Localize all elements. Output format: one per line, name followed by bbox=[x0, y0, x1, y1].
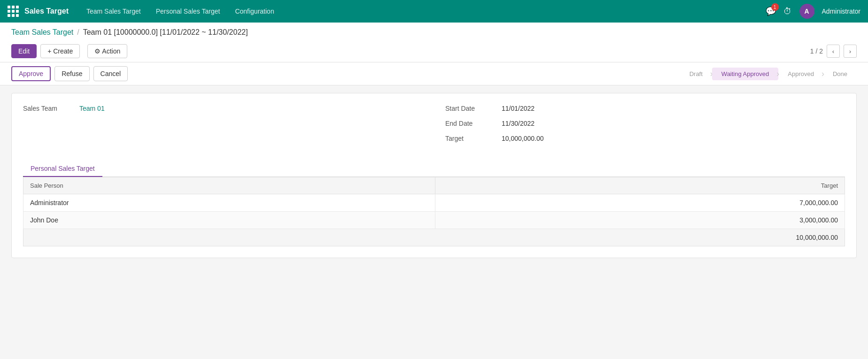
form-card: Sales Team Team 01 Start Date 11/01/2022… bbox=[11, 93, 857, 258]
status-waiting-approved: Waiting Approved bbox=[712, 68, 778, 80]
data-table: Sale Person Target Administrator7,000,00… bbox=[23, 177, 845, 229]
form-col-left: Sales Team Team 01 bbox=[23, 105, 423, 150]
sales-team-label: Sales Team bbox=[23, 105, 79, 112]
tab-personal-sales-target[interactable]: Personal Sales Target bbox=[23, 161, 102, 177]
approve-button[interactable]: Approve bbox=[11, 66, 51, 81]
breadcrumb-current: Team 01 [10000000.0] [11/01/2022 ~ 11/30… bbox=[83, 28, 248, 37]
col-sale-person: Sale Person bbox=[23, 177, 435, 194]
status-bar: Approve Refuse Cancel Draft Waiting Appr… bbox=[0, 62, 868, 85]
topnav-right: 💬 1 ⏱ A Administrator bbox=[766, 4, 860, 19]
clock-icon: ⏱ bbox=[783, 7, 792, 16]
col-target: Target bbox=[435, 177, 845, 194]
tabs: Personal Sales Target bbox=[23, 161, 845, 177]
refuse-button[interactable]: Refuse bbox=[54, 66, 89, 81]
pagination: 1 / 2 ‹ › bbox=[810, 45, 857, 58]
cell-target: 3,000,000.00 bbox=[435, 212, 845, 229]
nav-configuration[interactable]: Configuration bbox=[228, 5, 280, 18]
table-footer-left bbox=[23, 229, 751, 246]
target-row: Target 10,000,000.00 bbox=[445, 135, 845, 142]
target-label: Target bbox=[445, 135, 502, 142]
table-footer-total: 10,000,000.00 bbox=[751, 229, 845, 246]
end-date-value: 11/30/2022 bbox=[502, 120, 535, 127]
edit-button[interactable]: Edit bbox=[11, 44, 37, 58]
status-approved: Approved bbox=[778, 68, 823, 80]
cell-person: Administrator bbox=[23, 194, 435, 212]
start-date-row: Start Date 11/01/2022 bbox=[445, 105, 845, 112]
start-date-label: Start Date bbox=[445, 105, 502, 112]
action-button[interactable]: ⚙ Action bbox=[87, 44, 127, 58]
status-done: Done bbox=[823, 68, 857, 80]
nav-team-sales-target[interactable]: Team Sales Target bbox=[80, 5, 147, 18]
breadcrumb-separator: / bbox=[77, 28, 79, 37]
next-button[interactable]: › bbox=[844, 45, 857, 58]
end-date-label: End Date bbox=[445, 120, 502, 127]
cancel-button[interactable]: Cancel bbox=[93, 66, 128, 81]
breadcrumb: Team Sales Target / Team 01 [10000000.0]… bbox=[11, 28, 857, 37]
table-row: John Doe3,000,000.00 bbox=[23, 212, 845, 229]
start-date-value: 11/01/2022 bbox=[502, 105, 535, 112]
cell-target: 7,000,000.00 bbox=[435, 194, 845, 212]
table-footer: 10,000,000.00 bbox=[23, 229, 845, 246]
create-button[interactable]: + Create bbox=[40, 44, 80, 58]
app-title: Sales Target bbox=[24, 7, 69, 15]
topnav: Sales Target Team Sales Target Personal … bbox=[0, 0, 868, 23]
page-header: Team Sales Target / Team 01 [10000000.0]… bbox=[0, 23, 868, 62]
notification-button[interactable]: 💬 1 bbox=[766, 6, 776, 16]
grid-menu-icon[interactable] bbox=[8, 6, 19, 17]
breadcrumb-parent[interactable]: Team Sales Target bbox=[11, 28, 73, 37]
status-draft: Draft bbox=[680, 68, 712, 80]
nav-personal-sales-target[interactable]: Personal Sales Target bbox=[149, 5, 227, 18]
sales-team-row: Sales Team Team 01 bbox=[23, 105, 423, 112]
toolbar: Edit + Create ⚙ Action 1 / 2 ‹ › bbox=[11, 40, 857, 62]
notification-badge: 1 bbox=[771, 3, 779, 11]
table-row: Administrator7,000,000.00 bbox=[23, 194, 845, 212]
pagination-text: 1 / 2 bbox=[810, 47, 823, 55]
sales-team-value[interactable]: Team 01 bbox=[79, 105, 105, 112]
avatar[interactable]: A bbox=[799, 4, 814, 19]
form-section: Sales Team Team 01 Start Date 11/01/2022… bbox=[23, 105, 845, 150]
clock-button[interactable]: ⏱ bbox=[783, 7, 792, 16]
cell-person: John Doe bbox=[23, 212, 435, 229]
target-value: 10,000,000.00 bbox=[502, 135, 544, 142]
topnav-menu: Team Sales Target Personal Sales Target … bbox=[80, 5, 766, 18]
action-buttons: Approve Refuse Cancel bbox=[11, 66, 128, 81]
prev-button[interactable]: ‹ bbox=[827, 45, 840, 58]
status-steps: Draft Waiting Approved Approved Done bbox=[680, 68, 857, 80]
main-content: Sales Team Team 01 Start Date 11/01/2022… bbox=[0, 85, 868, 266]
form-col-right: Start Date 11/01/2022 End Date 11/30/202… bbox=[445, 105, 845, 150]
admin-name: Administrator bbox=[822, 8, 860, 15]
end-date-row: End Date 11/30/2022 bbox=[445, 120, 845, 127]
